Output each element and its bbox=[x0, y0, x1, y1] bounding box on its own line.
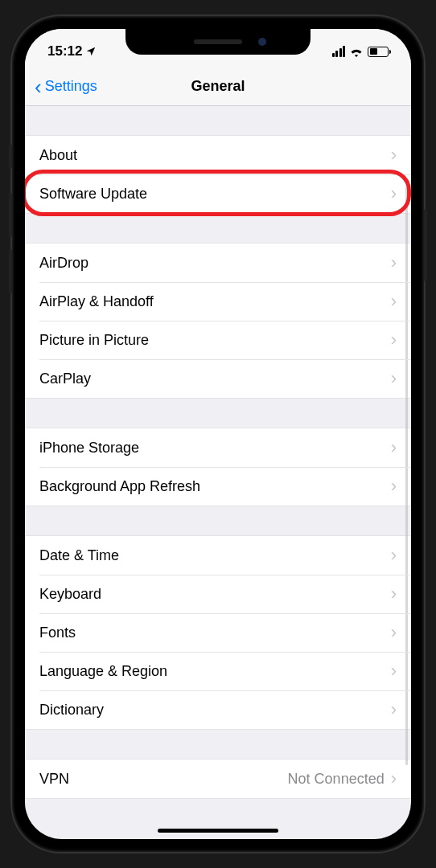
settings-group: VPNNot Connected› bbox=[25, 759, 411, 799]
speaker-grille bbox=[194, 39, 242, 44]
settings-group: AirDrop›AirPlay & Handoff›Picture in Pic… bbox=[25, 243, 411, 399]
chevron-right-icon: › bbox=[391, 661, 397, 682]
chevron-right-icon: › bbox=[391, 145, 397, 166]
row-software-update[interactable]: Software Update› bbox=[25, 174, 411, 213]
row-vpn[interactable]: VPNNot Connected› bbox=[25, 760, 411, 798]
row-label: Date & Time bbox=[39, 547, 391, 564]
volume-down-button[interactable] bbox=[9, 249, 12, 293]
row-carplay[interactable]: CarPlay› bbox=[25, 359, 411, 398]
chevron-right-icon: › bbox=[391, 768, 397, 789]
chevron-right-icon: › bbox=[391, 545, 397, 566]
row-iphone-storage[interactable]: iPhone Storage› bbox=[25, 428, 411, 467]
volume-up-button[interactable] bbox=[9, 193, 12, 237]
row-value: Not Connected bbox=[288, 771, 385, 788]
row-label: AirPlay & Handoff bbox=[39, 293, 391, 310]
row-picture-in-picture[interactable]: Picture in Picture› bbox=[25, 321, 411, 359]
chevron-right-icon: › bbox=[391, 330, 397, 350]
row-label: Dictionary bbox=[39, 702, 391, 719]
chevron-right-icon: › bbox=[391, 583, 397, 604]
chevron-right-icon: › bbox=[391, 622, 397, 643]
power-button[interactable] bbox=[424, 209, 427, 281]
wifi-icon bbox=[349, 47, 364, 57]
settings-group: About›Software Update› bbox=[25, 135, 411, 214]
back-button[interactable]: ‹ Settings bbox=[35, 76, 97, 97]
row-label: Background App Refresh bbox=[39, 478, 391, 495]
home-indicator[interactable] bbox=[158, 829, 278, 833]
nav-bar: ‹ Settings General bbox=[25, 68, 411, 106]
phone-frame: 15:12 ‹ Settings General About›Software … bbox=[12, 16, 424, 852]
chevron-right-icon: › bbox=[391, 252, 397, 273]
status-time: 15:12 bbox=[47, 43, 82, 59]
row-fonts[interactable]: Fonts› bbox=[25, 613, 411, 652]
chevron-right-icon: › bbox=[391, 437, 397, 458]
settings-list[interactable]: About›Software Update›AirDrop›AirPlay & … bbox=[25, 106, 411, 839]
cellular-signal-icon bbox=[332, 46, 346, 57]
notch bbox=[125, 29, 311, 55]
row-dictionary[interactable]: Dictionary› bbox=[25, 690, 411, 729]
mute-switch[interactable] bbox=[9, 145, 12, 169]
chevron-left-icon: ‹ bbox=[35, 76, 42, 97]
location-icon bbox=[85, 46, 97, 57]
row-label: Picture in Picture bbox=[39, 332, 391, 349]
row-label: Keyboard bbox=[39, 586, 391, 603]
chevron-right-icon: › bbox=[391, 476, 397, 497]
chevron-right-icon: › bbox=[391, 699, 397, 720]
row-about[interactable]: About› bbox=[25, 136, 411, 174]
row-label: About bbox=[39, 147, 391, 164]
battery-fill bbox=[370, 48, 378, 55]
front-camera bbox=[258, 38, 266, 46]
row-label: VPN bbox=[39, 771, 288, 788]
row-label: CarPlay bbox=[39, 371, 391, 387]
chevron-right-icon: › bbox=[391, 183, 397, 204]
row-airplay-handoff[interactable]: AirPlay & Handoff› bbox=[25, 282, 411, 321]
row-background-app-refresh[interactable]: Background App Refresh› bbox=[25, 467, 411, 506]
row-language-region[interactable]: Language & Region› bbox=[25, 652, 411, 690]
row-label: AirDrop bbox=[39, 255, 391, 272]
row-label: Software Update bbox=[39, 186, 391, 203]
row-label: Fonts bbox=[39, 624, 391, 641]
back-label: Settings bbox=[45, 78, 97, 95]
screen: 15:12 ‹ Settings General About›Software … bbox=[25, 29, 411, 839]
battery-icon bbox=[368, 47, 389, 57]
row-date-time[interactable]: Date & Time› bbox=[25, 536, 411, 575]
row-label: Language & Region bbox=[39, 663, 391, 680]
chevron-right-icon: › bbox=[391, 368, 397, 389]
row-keyboard[interactable]: Keyboard› bbox=[25, 575, 411, 613]
settings-group: iPhone Storage›Background App Refresh› bbox=[25, 428, 411, 506]
row-airdrop[interactable]: AirDrop› bbox=[25, 244, 411, 282]
chevron-right-icon: › bbox=[391, 291, 397, 312]
settings-group: Date & Time›Keyboard›Fonts›Language & Re… bbox=[25, 535, 411, 730]
row-label: iPhone Storage bbox=[39, 440, 391, 457]
